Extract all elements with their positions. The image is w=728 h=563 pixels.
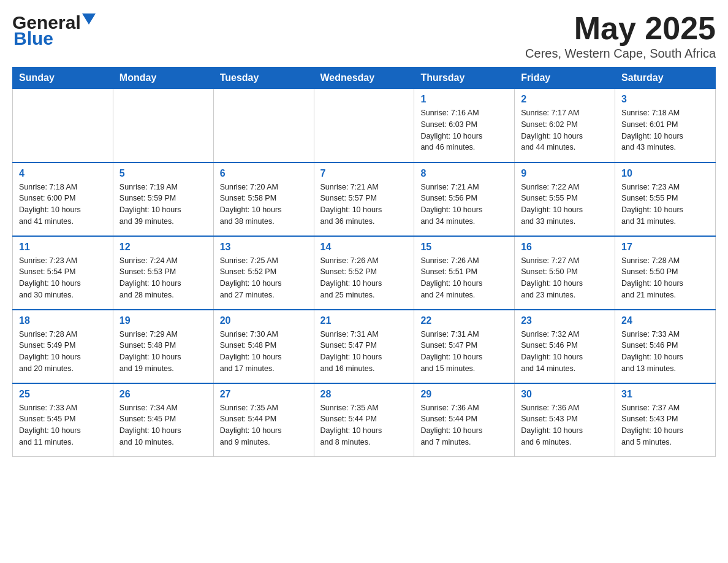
day-info: Sunrise: 7:27 AMSunset: 5:50 PMDaylight:…	[521, 255, 609, 301]
calendar-day-cell: 21Sunrise: 7:31 AMSunset: 5:47 PMDayligh…	[314, 310, 414, 383]
calendar-day-cell: 6Sunrise: 7:20 AMSunset: 5:58 PMDaylight…	[213, 163, 314, 236]
day-info: Sunrise: 7:37 AMSunset: 5:43 PMDaylight:…	[621, 402, 709, 448]
col-header-monday: Monday	[113, 67, 213, 89]
calendar-day-cell: 28Sunrise: 7:35 AMSunset: 5:44 PMDayligh…	[314, 383, 414, 457]
day-info: Sunrise: 7:26 AMSunset: 5:51 PMDaylight:…	[420, 255, 508, 301]
page-header: General Blue May 2025 Ceres, Western Cap…	[12, 12, 716, 61]
day-info: Sunrise: 7:24 AMSunset: 5:53 PMDaylight:…	[119, 255, 207, 301]
day-number: 16	[521, 242, 609, 253]
calendar-day-cell: 10Sunrise: 7:23 AMSunset: 5:55 PMDayligh…	[615, 163, 716, 236]
day-number: 26	[119, 389, 207, 400]
day-info: Sunrise: 7:25 AMSunset: 5:52 PMDaylight:…	[220, 255, 308, 301]
day-number: 13	[220, 242, 308, 253]
calendar-day-cell: 19Sunrise: 7:29 AMSunset: 5:48 PMDayligh…	[113, 310, 213, 383]
title-block: May 2025 Ceres, Western Cape, South Afri…	[525, 12, 716, 61]
day-number: 7	[320, 168, 408, 179]
calendar-day-cell: 8Sunrise: 7:21 AMSunset: 5:56 PMDaylight…	[414, 163, 515, 236]
day-number: 11	[19, 242, 107, 253]
calendar-day-cell: 25Sunrise: 7:33 AMSunset: 5:45 PMDayligh…	[13, 383, 113, 457]
calendar-day-cell: 24Sunrise: 7:33 AMSunset: 5:46 PMDayligh…	[615, 310, 716, 383]
calendar-table: SundayMondayTuesdayWednesdayThursdayFrid…	[12, 67, 716, 457]
calendar-day-cell: 18Sunrise: 7:28 AMSunset: 5:49 PMDayligh…	[13, 310, 113, 383]
calendar-day-cell: 13Sunrise: 7:25 AMSunset: 5:52 PMDayligh…	[213, 236, 314, 310]
calendar-day-cell: 17Sunrise: 7:28 AMSunset: 5:50 PMDayligh…	[615, 236, 716, 310]
calendar-week-row: 25Sunrise: 7:33 AMSunset: 5:45 PMDayligh…	[13, 383, 716, 457]
calendar-day-cell: 14Sunrise: 7:26 AMSunset: 5:52 PMDayligh…	[314, 236, 414, 310]
calendar-day-cell: 11Sunrise: 7:23 AMSunset: 5:54 PMDayligh…	[13, 236, 113, 310]
col-header-friday: Friday	[515, 67, 615, 89]
calendar-day-cell: 15Sunrise: 7:26 AMSunset: 5:51 PMDayligh…	[414, 236, 515, 310]
logo: General Blue	[12, 12, 96, 49]
calendar-day-cell: 20Sunrise: 7:30 AMSunset: 5:48 PMDayligh…	[213, 310, 314, 383]
calendar-day-cell: 23Sunrise: 7:32 AMSunset: 5:46 PMDayligh…	[515, 310, 615, 383]
day-info: Sunrise: 7:17 AMSunset: 6:02 PMDaylight:…	[521, 107, 609, 153]
day-number: 23	[521, 315, 609, 326]
calendar-day-cell: 9Sunrise: 7:22 AMSunset: 5:55 PMDaylight…	[515, 163, 615, 236]
calendar-day-cell: 12Sunrise: 7:24 AMSunset: 5:53 PMDayligh…	[113, 236, 213, 310]
day-info: Sunrise: 7:31 AMSunset: 5:47 PMDaylight:…	[320, 329, 408, 375]
day-number: 22	[420, 315, 508, 326]
day-number: 14	[320, 242, 408, 253]
calendar-day-cell: 27Sunrise: 7:35 AMSunset: 5:44 PMDayligh…	[213, 383, 314, 457]
calendar-day-cell: 5Sunrise: 7:19 AMSunset: 5:59 PMDaylight…	[113, 163, 213, 236]
col-header-thursday: Thursday	[414, 67, 515, 89]
calendar-day-cell: 2Sunrise: 7:17 AMSunset: 6:02 PMDaylight…	[515, 89, 615, 163]
day-info: Sunrise: 7:28 AMSunset: 5:49 PMDaylight:…	[19, 329, 107, 375]
day-info: Sunrise: 7:26 AMSunset: 5:52 PMDaylight:…	[320, 255, 408, 301]
calendar-header-row: SundayMondayTuesdayWednesdayThursdayFrid…	[13, 67, 716, 89]
day-info: Sunrise: 7:30 AMSunset: 5:48 PMDaylight:…	[220, 329, 308, 375]
day-info: Sunrise: 7:19 AMSunset: 5:59 PMDaylight:…	[119, 182, 207, 228]
day-info: Sunrise: 7:16 AMSunset: 6:03 PMDaylight:…	[420, 107, 508, 153]
day-number: 29	[420, 389, 508, 400]
col-header-wednesday: Wednesday	[314, 67, 414, 89]
logo-arrow-icon	[82, 13, 96, 27]
col-header-sunday: Sunday	[13, 67, 113, 89]
day-number: 21	[320, 315, 408, 326]
calendar-week-row: 4Sunrise: 7:18 AMSunset: 6:00 PMDaylight…	[13, 163, 716, 236]
calendar-day-cell: 22Sunrise: 7:31 AMSunset: 5:47 PMDayligh…	[414, 310, 515, 383]
calendar-day-cell: 1Sunrise: 7:16 AMSunset: 6:03 PMDaylight…	[414, 89, 515, 163]
day-info: Sunrise: 7:18 AMSunset: 6:00 PMDaylight:…	[19, 182, 107, 228]
day-info: Sunrise: 7:23 AMSunset: 5:55 PMDaylight:…	[621, 182, 709, 228]
day-info: Sunrise: 7:32 AMSunset: 5:46 PMDaylight:…	[521, 329, 609, 375]
day-number: 4	[19, 168, 107, 179]
day-number: 27	[220, 389, 308, 400]
calendar-day-cell: 30Sunrise: 7:36 AMSunset: 5:43 PMDayligh…	[515, 383, 615, 457]
day-info: Sunrise: 7:28 AMSunset: 5:50 PMDaylight:…	[621, 255, 709, 301]
calendar-day-cell	[13, 89, 113, 163]
day-number: 1	[420, 94, 508, 105]
day-info: Sunrise: 7:31 AMSunset: 5:47 PMDaylight:…	[420, 329, 508, 375]
day-number: 15	[420, 242, 508, 253]
day-info: Sunrise: 7:20 AMSunset: 5:58 PMDaylight:…	[220, 182, 308, 228]
day-info: Sunrise: 7:35 AMSunset: 5:44 PMDaylight:…	[220, 402, 308, 448]
calendar-day-cell	[213, 89, 314, 163]
calendar-day-cell: 29Sunrise: 7:36 AMSunset: 5:44 PMDayligh…	[414, 383, 515, 457]
calendar-day-cell: 3Sunrise: 7:18 AMSunset: 6:01 PMDaylight…	[615, 89, 716, 163]
day-number: 20	[220, 315, 308, 326]
day-number: 31	[621, 389, 709, 400]
day-number: 8	[420, 168, 508, 179]
calendar-week-row: 18Sunrise: 7:28 AMSunset: 5:49 PMDayligh…	[13, 310, 716, 383]
calendar-day-cell: 7Sunrise: 7:21 AMSunset: 5:57 PMDaylight…	[314, 163, 414, 236]
day-info: Sunrise: 7:33 AMSunset: 5:46 PMDaylight:…	[621, 329, 709, 375]
calendar-week-row: 11Sunrise: 7:23 AMSunset: 5:54 PMDayligh…	[13, 236, 716, 310]
calendar-day-cell: 16Sunrise: 7:27 AMSunset: 5:50 PMDayligh…	[515, 236, 615, 310]
day-number: 12	[119, 242, 207, 253]
day-info: Sunrise: 7:35 AMSunset: 5:44 PMDaylight:…	[320, 402, 408, 448]
day-info: Sunrise: 7:36 AMSunset: 5:44 PMDaylight:…	[420, 402, 508, 448]
calendar-day-cell	[314, 89, 414, 163]
day-number: 10	[621, 168, 709, 179]
day-info: Sunrise: 7:36 AMSunset: 5:43 PMDaylight:…	[521, 402, 609, 448]
calendar-day-cell: 26Sunrise: 7:34 AMSunset: 5:45 PMDayligh…	[113, 383, 213, 457]
day-number: 2	[521, 94, 609, 105]
day-number: 25	[19, 389, 107, 400]
calendar-day-cell	[113, 89, 213, 163]
day-info: Sunrise: 7:34 AMSunset: 5:45 PMDaylight:…	[119, 402, 207, 448]
day-number: 17	[621, 242, 709, 253]
svg-marker-0	[82, 13, 96, 25]
day-info: Sunrise: 7:22 AMSunset: 5:55 PMDaylight:…	[521, 182, 609, 228]
day-info: Sunrise: 7:21 AMSunset: 5:57 PMDaylight:…	[320, 182, 408, 228]
day-info: Sunrise: 7:23 AMSunset: 5:54 PMDaylight:…	[19, 255, 107, 301]
day-info: Sunrise: 7:33 AMSunset: 5:45 PMDaylight:…	[19, 402, 107, 448]
day-number: 28	[320, 389, 408, 400]
